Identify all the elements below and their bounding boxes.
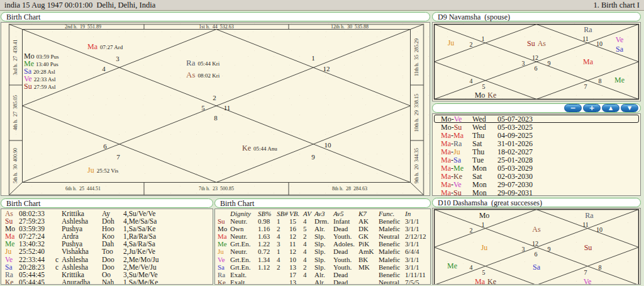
dasha-row[interactable]: Mo-Ve Wed 05-07-2023 (434, 115, 639, 123)
table-row: Sa Grt.En. 1.12 2 13 2 Slp. Youth. MK Be… (218, 263, 430, 271)
cell-vb: 12 (289, 248, 303, 255)
cell-syllable: Too (102, 248, 123, 255)
table-row: Su 27:59:23 Ashlesha Doh 4,Me/Sa/Sa (5, 217, 213, 225)
d9-chart-diagram: 1 2 11 10 12 3 9 6 4 5 7 8 Ju SuAs Ra Ve… (433, 23, 640, 101)
cell-k7 (358, 278, 379, 285)
cell-av: 4 (303, 248, 314, 255)
dasha-row[interactable]: Ma-Sa Tue 25-01-2028 (434, 156, 639, 164)
cell-av: 5 (303, 225, 314, 232)
dasha-zoom-in-button[interactable]: + (583, 104, 601, 112)
chart-grid (435, 210, 639, 285)
cell-av5: Infant (333, 217, 358, 225)
dasha-planet-minor: Ve (454, 115, 462, 123)
cell-longitude: 03:59:39 (19, 225, 55, 232)
col-dignity: Dignity (230, 210, 258, 217)
cell-nakshatra: Pushya (62, 225, 102, 232)
dasha-weekday: Wed (472, 123, 497, 131)
cell-planet: Ju (5, 248, 19, 255)
dasha-row[interactable]: Mo-Su Wed 05-03-2025 (434, 123, 639, 131)
dasha-weekday: Mon (472, 189, 497, 196)
sign-number: 12 (532, 240, 538, 247)
sign-number: 4 (470, 264, 473, 271)
dasha-planet-minor: Ju (453, 147, 460, 156)
cell-in: 3/1/1 (405, 217, 430, 225)
sign-number: 1 (482, 221, 485, 228)
dasha-weekday: Wed (472, 115, 497, 123)
house-edge-label: 7th h. 23 500.85 (199, 186, 234, 192)
dasha-pair: Ma-Me (441, 164, 472, 172)
cell-pada-lords: 3,Su/Me/Ve (123, 271, 213, 278)
sign-number: 5 (482, 269, 486, 276)
dasha-pair: Ma-Ra (441, 140, 472, 147)
title-bar: india 15 Aug 1947 00:01:00 Delhi, Delhi,… (0, 0, 644, 11)
cell-planet: Ke (218, 278, 230, 285)
chart-grid (9, 25, 424, 195)
dasha-row[interactable]: Ma-Su Mon 29-09-2031 (434, 188, 639, 196)
cell-sb-num: 4 (277, 256, 289, 263)
cell-nakshatra: Pushya (62, 240, 102, 248)
dasha-pair: Ma-Ke (441, 173, 472, 180)
planet-label-su: Su27:59 Asl (24, 82, 56, 91)
cell-combust-flag (55, 278, 62, 285)
dasha-date: 04-09-2025 (497, 132, 638, 139)
cell-pada-lords: 1,Ra/Ra/Sa (123, 232, 213, 240)
house-edge-label: 9th h. 20 344.35 (414, 148, 419, 183)
sign-number: 8 (599, 264, 602, 271)
cell-sb-pct (258, 278, 277, 285)
cell-planet: Sa (218, 263, 230, 271)
dasha-date: 25-01-2028 (497, 156, 638, 164)
cell-longitude: 07:27:24 (19, 232, 55, 240)
cell-in: 2/12/12 (405, 232, 430, 240)
minus-icon: − (570, 105, 575, 112)
sign-number: 5 (482, 83, 486, 90)
dasha-pair: Ma-Su (441, 189, 472, 196)
cell-dignity: Neutr. (230, 217, 258, 225)
cell-k7: MK (358, 263, 379, 271)
dasha-planet-major: Ma (441, 139, 451, 148)
house-edge-label: 8th h. 28 284.63 (332, 186, 367, 192)
col-av3: Av3 (314, 210, 333, 217)
planet-label-ma: Ma07:27 Ard (87, 42, 123, 51)
cell-av: 2 (303, 232, 314, 240)
sign-number: 8 (599, 77, 602, 84)
dasha-down-button[interactable]: ▼ (621, 104, 638, 112)
cell-syllable: Koo (102, 232, 123, 240)
dasha-planet-major: Ma (441, 147, 451, 156)
cell-planet: Ra (5, 271, 19, 278)
dasha-row[interactable]: Ma-Ju Thu 18-02-2027 (434, 147, 639, 156)
cell-k7: PiK (358, 240, 379, 248)
panel-header: Birth Chart (1, 198, 213, 208)
panel-header: D9 Navamsha (spouse) (432, 12, 641, 21)
dasha-row[interactable]: Ma-Me Mon 05-03-2029 (434, 164, 639, 172)
sign-number: 4 (102, 65, 106, 72)
dasha-row[interactable]: Ma-Ke Sat 02-03-2030 (434, 172, 639, 180)
sign-number: 10 (596, 226, 602, 233)
dasha-weekday: Tue (472, 156, 497, 164)
dasha-row[interactable]: Ma-Ra Sat 31-01-2026 (434, 139, 639, 147)
sign-number: 11 (224, 104, 231, 112)
dasha-row[interactable]: Ma-Ma Thu 04-09-2025 (434, 131, 639, 139)
dasha-up-button[interactable]: ▲ (602, 104, 619, 112)
dasha-planet-minor: Me (453, 164, 464, 173)
planet-label-ma-ke: MaKe (475, 277, 496, 285)
table-row: Mo 03:59:39 Pushya Hoo 1,Sa/Sa/Ke (5, 225, 213, 232)
cell-func: Malefic (379, 256, 405, 263)
cell-planet: Ve (5, 256, 19, 263)
positions-table-body: As 08:02:33 Krittika Ay 4,Su/Ve/Ve Su 27… (1, 209, 213, 285)
sign-number: 7 (584, 83, 587, 90)
cell-in: 7/5/5 (405, 278, 430, 285)
table-row: Me Grt.En. 1.22 3 11 4 Slp. Adoles. PiK … (218, 240, 430, 248)
cell-av5: Dead (333, 271, 358, 278)
arrow-up-icon: ▲ (609, 106, 613, 111)
cell-in: 3/1/1 (405, 263, 430, 271)
sign-number: 9 (548, 246, 551, 253)
cell-sb-num: 1 (277, 248, 289, 255)
d10-chart-body: 1 2 11 10 12 3 9 6 4 5 7 8 Mo As Ra Ju S… (432, 208, 641, 285)
sign-number: 9 (548, 60, 551, 67)
cell-av3: Slp. (314, 232, 333, 240)
cell-nakshatra: Anuradha (62, 278, 102, 285)
table-row: Ju Neutr. 0.72 1 12 4 Slp. Dead AmK Male… (218, 248, 430, 255)
dasha-zoom-out-button[interactable]: − (564, 104, 582, 112)
dasha-row[interactable]: Ma-Ve Mon 29-07-2030 (434, 180, 639, 188)
house-edge-label: 3rd h. 27 439.41 (13, 40, 18, 76)
